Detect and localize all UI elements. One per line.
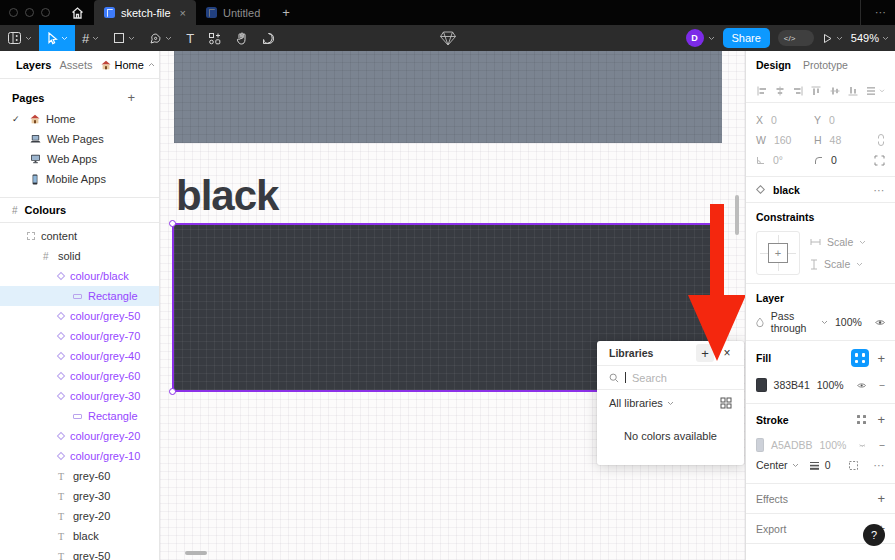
- add-effect-button[interactable]: +: [877, 491, 885, 506]
- tab-untitled[interactable]: Untitled: [196, 0, 270, 25]
- layer-row-colour-grey-10[interactable]: colour/grey-10: [0, 446, 159, 466]
- independent-corners-icon[interactable]: [874, 155, 885, 166]
- advanced-stroke-icon[interactable]: ⋯: [874, 459, 886, 471]
- fill-hex-field[interactable]: 383B41: [774, 379, 810, 391]
- y-position-field[interactable]: Y0: [814, 114, 872, 126]
- layer-row-solid[interactable]: #solid: [0, 246, 159, 266]
- stroke-hex-field[interactable]: A5ADBB: [771, 439, 812, 451]
- canvas-grey-rectangle[interactable]: [174, 51, 722, 143]
- text-tool-button[interactable]: T: [179, 25, 201, 51]
- fill-color-swatch[interactable]: [756, 378, 767, 392]
- align-left-icon[interactable]: [756, 85, 768, 97]
- share-button[interactable]: Share: [723, 28, 770, 48]
- align-vertical-center-icon[interactable]: [829, 85, 841, 97]
- library-search-input[interactable]: Search: [597, 366, 744, 390]
- layer-row-colour-black[interactable]: colour/black: [0, 266, 159, 286]
- fill-styles-button[interactable]: [851, 349, 869, 367]
- add-page-button[interactable]: +: [127, 90, 147, 105]
- window-close-button[interactable]: [9, 8, 18, 17]
- selection-handle[interactable]: [169, 220, 176, 227]
- layer-row-colour-grey-50[interactable]: colour/grey-50: [0, 306, 159, 326]
- tab-layers[interactable]: Layers: [16, 59, 51, 71]
- distribute-menu[interactable]: [865, 85, 885, 97]
- rotation-field[interactable]: 0°: [756, 154, 814, 166]
- window-minimize-button[interactable]: [25, 8, 34, 17]
- layer-row-text-grey-50[interactable]: Tgrey-50: [0, 546, 159, 560]
- layer-opacity-field[interactable]: 100%: [835, 316, 862, 328]
- main-menu-button[interactable]: [0, 25, 39, 51]
- stroke-per-side-icon[interactable]: [848, 460, 859, 471]
- width-field[interactable]: W160: [756, 134, 814, 146]
- layer-row-text-grey-20[interactable]: Tgrey-20: [0, 506, 159, 526]
- vertical-constraint-dropdown[interactable]: Scale: [810, 258, 866, 270]
- eye-icon[interactable]: [875, 318, 885, 327]
- tab-assets[interactable]: Assets: [59, 59, 92, 71]
- layer-row-colour-grey-70[interactable]: colour/grey-70: [0, 326, 159, 346]
- colours-frame-header[interactable]: # Colours: [0, 198, 159, 223]
- layer-row-colour-grey-60[interactable]: colour/grey-60: [0, 366, 159, 386]
- canvas-heading-black[interactable]: black: [176, 172, 278, 220]
- height-field[interactable]: H48: [814, 134, 872, 146]
- account-menu[interactable]: D: [686, 29, 715, 47]
- eye-hidden-icon[interactable]: [859, 441, 866, 450]
- page-item-home[interactable]: ✓ Home: [0, 109, 159, 129]
- shape-tool-button[interactable]: [106, 25, 142, 51]
- constrain-proportions-icon[interactable]: [877, 134, 885, 146]
- fill-opacity-field[interactable]: 100%: [817, 379, 844, 391]
- layer-row-text-black[interactable]: Tblack: [0, 526, 159, 546]
- close-icon[interactable]: ×: [180, 7, 186, 19]
- dev-mode-toggle[interactable]: </>: [778, 30, 814, 46]
- stroke-styles-icon[interactable]: [857, 415, 868, 424]
- page-item-web-pages[interactable]: Web Pages: [0, 129, 159, 149]
- constraints-widget[interactable]: +: [756, 231, 800, 275]
- frame-tool-button[interactable]: #: [75, 25, 106, 51]
- home-tab[interactable]: [60, 0, 94, 25]
- layer-row-rectangle-selected[interactable]: Rectangle: [0, 286, 159, 306]
- corner-radius-field[interactable]: 0: [814, 154, 872, 166]
- resources-tool-button[interactable]: [201, 25, 228, 51]
- stroke-align-dropdown[interactable]: Center: [756, 459, 799, 471]
- layer-row-text-grey-30[interactable]: Tgrey-30: [0, 486, 159, 506]
- library-filter-dropdown[interactable]: All libraries: [597, 390, 744, 416]
- tab-prototype[interactable]: Prototype: [803, 59, 848, 71]
- zoom-menu[interactable]: 549%: [851, 32, 889, 44]
- new-tab-button[interactable]: +: [270, 0, 302, 25]
- tab-sketch-file[interactable]: sketch-file ×: [94, 0, 196, 25]
- horizontal-constraint-dropdown[interactable]: Scale: [810, 236, 866, 248]
- align-horizontal-center-icon[interactable]: [774, 85, 786, 97]
- remove-fill-button[interactable]: −: [873, 379, 885, 391]
- remove-stroke-button[interactable]: −: [873, 439, 885, 451]
- horizontal-scrollbar[interactable]: [185, 551, 207, 555]
- present-button[interactable]: [822, 33, 843, 44]
- layer-row-colour-grey-20[interactable]: colour/grey-20: [0, 426, 159, 446]
- move-tool-button[interactable]: [39, 25, 75, 51]
- hand-tool-button[interactable]: [228, 25, 255, 51]
- window-zoom-button[interactable]: [41, 8, 50, 17]
- page-item-web-apps[interactable]: Web Apps: [0, 149, 159, 169]
- selection-handle[interactable]: [169, 388, 176, 395]
- avatar[interactable]: D: [686, 29, 704, 47]
- tab-overflow-menu[interactable]: ⋯: [860, 0, 887, 25]
- add-fill-button[interactable]: +: [877, 351, 885, 366]
- blend-mode-dropdown[interactable]: Pass through: [771, 310, 828, 334]
- layer-row-text-grey-60[interactable]: Tgrey-60: [0, 466, 159, 486]
- more-options-icon[interactable]: ⋯: [874, 184, 886, 196]
- x-position-field[interactable]: X0: [756, 114, 814, 126]
- canvas[interactable]: black Libraries + × Search: [160, 51, 745, 560]
- layer-row-content[interactable]: content: [0, 226, 159, 246]
- page-item-mobile-apps[interactable]: Mobile Apps: [0, 169, 159, 189]
- stroke-opacity-field[interactable]: 100%: [819, 439, 846, 451]
- tab-design[interactable]: Design: [756, 59, 791, 71]
- pen-tool-button[interactable]: [142, 25, 179, 51]
- add-stroke-button[interactable]: +: [877, 412, 885, 427]
- page-switcher[interactable]: Home: [101, 59, 155, 71]
- grid-view-icon[interactable]: [720, 397, 732, 409]
- align-right-icon[interactable]: [792, 85, 804, 97]
- align-top-icon[interactable]: [810, 85, 822, 97]
- align-bottom-icon[interactable]: [847, 85, 859, 97]
- stroke-color-swatch[interactable]: [756, 438, 764, 452]
- layer-row-colour-grey-40[interactable]: colour/grey-40: [0, 346, 159, 366]
- stroke-weight-field[interactable]: 0: [809, 459, 831, 471]
- layer-row-rectangle[interactable]: Rectangle: [0, 406, 159, 426]
- eye-icon[interactable]: [857, 381, 866, 390]
